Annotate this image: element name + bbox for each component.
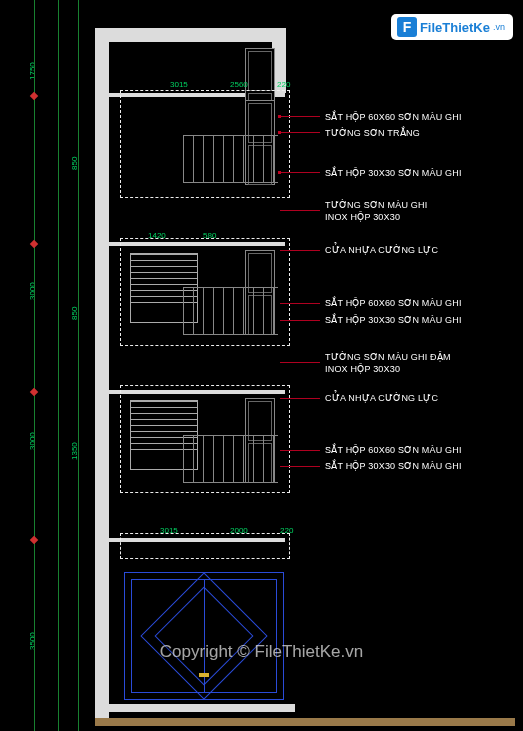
dimension-text: 2000 xyxy=(230,526,248,535)
leader-line xyxy=(280,132,320,133)
annotation-label: SẮT HỘP 60X60 SƠN MÀU GHI xyxy=(325,298,462,308)
annotation-label: TƯỜNG SƠN TRẮNG xyxy=(325,128,420,138)
leader-line xyxy=(280,320,320,321)
dimension-text: 220 xyxy=(280,526,293,535)
leader-line xyxy=(280,466,320,467)
leader-line xyxy=(280,250,320,251)
annotation-label: INOX HỘP 30X30 xyxy=(325,364,400,374)
dim-tick xyxy=(30,92,38,100)
dim-extension-line xyxy=(34,0,35,731)
leader-dot xyxy=(278,171,281,174)
leader-line xyxy=(280,398,320,399)
roof-parapet xyxy=(95,28,285,42)
dimension-text: 3000 xyxy=(28,432,37,450)
annotation-label: SẮT HỘP 60X60 SƠN MÀU GHI xyxy=(325,112,462,122)
brand-main: ThietKe xyxy=(442,20,490,35)
annotation-label: INOX HỘP 30X30 xyxy=(325,212,400,222)
leader-line xyxy=(280,362,320,363)
revision-cloud xyxy=(120,533,290,559)
dimension-text: 1750 xyxy=(28,62,37,80)
annotation-label: SẮT HỘP 30X30 SƠN MÀU GHI xyxy=(325,461,462,471)
annotation-label: SẮT HỘP 30X30 SƠN MÀU GHI xyxy=(325,315,462,325)
annotation-label: SẮT HỘP 60X60 SƠN MÀU GHI xyxy=(325,445,462,455)
annotation-label: TƯỜNG SƠN MÀU GHI xyxy=(325,200,427,210)
cad-viewport[interactable]: 3015 2560 220 1420 580 3015 2000 220 175… xyxy=(0,0,523,731)
leader-line xyxy=(280,210,320,211)
dimension-text: 3000 xyxy=(28,282,37,300)
dim-tick xyxy=(30,536,38,544)
leader-line xyxy=(280,172,320,173)
leader-line xyxy=(280,303,320,304)
revision-cloud xyxy=(120,385,290,493)
dimension-text: 3015 xyxy=(160,526,178,535)
dimension-text: 3500 xyxy=(28,632,37,650)
revision-cloud xyxy=(120,90,290,198)
ground-lintel xyxy=(95,704,295,712)
logo-icon: F xyxy=(397,17,417,37)
ground-line xyxy=(95,718,515,726)
door-handle-icon xyxy=(199,673,209,677)
dimension-text: 3015 xyxy=(170,80,188,89)
leader-line xyxy=(280,450,320,451)
annotation-label: CỬA NHỰA CƯỜNG LỰC xyxy=(325,245,438,255)
left-wall xyxy=(95,28,109,718)
brand-suffix: .vn xyxy=(493,22,505,32)
leader-dot xyxy=(278,131,281,134)
dim-tick xyxy=(30,388,38,396)
leader-dot xyxy=(278,115,281,118)
dimension-text: 580 xyxy=(203,231,216,240)
dimension-text: 220 xyxy=(277,80,290,89)
dimension-text: 2560 xyxy=(230,80,248,89)
watermark-logo: F FileThietKe .vn xyxy=(391,14,513,40)
dim-extension-line xyxy=(78,0,79,731)
dim-tick xyxy=(30,240,38,248)
main-gate xyxy=(124,572,284,700)
annotation-label: TƯỜNG SƠN MÀU GHI ĐẬM xyxy=(325,352,451,362)
brand-prefix: File xyxy=(420,20,442,35)
dimension-text: 1420 xyxy=(148,231,166,240)
annotation-label: CỬA NHỰA CƯỜNG LỰC xyxy=(325,393,438,403)
leader-line xyxy=(280,116,320,117)
dim-extension-line xyxy=(58,0,59,731)
annotation-label: SẮT HỘP 30X30 SƠN MÀU GHI xyxy=(325,168,462,178)
revision-cloud xyxy=(120,238,290,346)
